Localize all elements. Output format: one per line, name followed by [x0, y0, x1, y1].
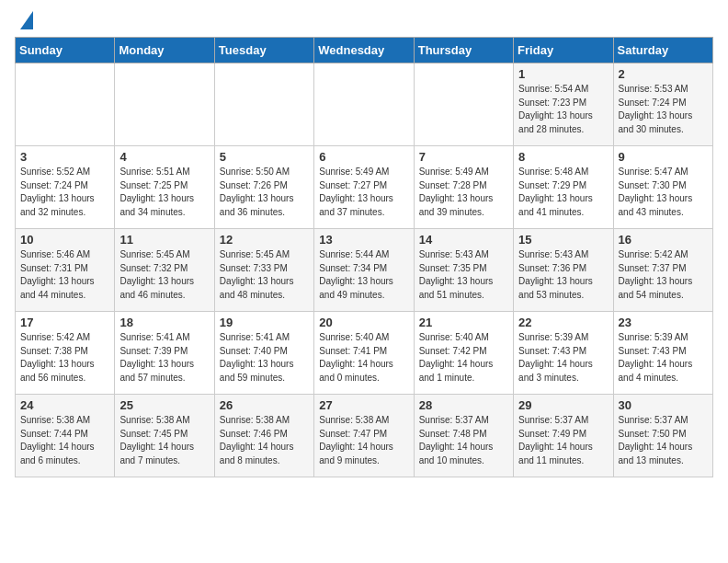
day-info: Sunrise: 5:40 AM Sunset: 7:42 PM Dayligh… — [419, 331, 508, 385]
weekday-thursday: Thursday — [414, 38, 513, 63]
calendar-cell: 7Sunrise: 5:49 AM Sunset: 7:28 PM Daylig… — [414, 146, 513, 229]
header — [15, 15, 713, 29]
calendar-cell: 18Sunrise: 5:41 AM Sunset: 7:39 PM Dayli… — [115, 312, 214, 395]
day-info: Sunrise: 5:46 AM Sunset: 7:31 PM Dayligh… — [20, 248, 109, 302]
calendar-cell: 8Sunrise: 5:48 AM Sunset: 7:29 PM Daylig… — [514, 146, 613, 229]
day-number: 6 — [319, 150, 408, 164]
calendar-cell: 19Sunrise: 5:41 AM Sunset: 7:40 PM Dayli… — [214, 312, 313, 395]
day-number: 19 — [220, 316, 309, 329]
day-info: Sunrise: 5:51 AM Sunset: 7:25 PM Dayligh… — [119, 166, 209, 219]
day-info: Sunrise: 5:37 AM Sunset: 7:49 PM Dayligh… — [518, 414, 608, 467]
day-info: Sunrise: 5:43 AM Sunset: 7:35 PM Dayligh… — [419, 248, 508, 302]
day-info: Sunrise: 5:39 AM Sunset: 7:43 PM Dayligh… — [518, 331, 608, 385]
calendar-cell — [314, 63, 414, 146]
day-number: 25 — [119, 398, 209, 412]
day-number: 23 — [619, 316, 708, 329]
day-info: Sunrise: 5:39 AM Sunset: 7:43 PM Dayligh… — [619, 331, 708, 385]
day-info: Sunrise: 5:37 AM Sunset: 7:48 PM Dayligh… — [419, 414, 508, 467]
day-number: 10 — [20, 233, 109, 247]
day-info: Sunrise: 5:40 AM Sunset: 7:41 PM Dayligh… — [319, 331, 408, 385]
calendar-cell: 26Sunrise: 5:38 AM Sunset: 7:46 PM Dayli… — [214, 395, 313, 477]
weekday-monday: Monday — [115, 38, 214, 63]
day-info: Sunrise: 5:48 AM Sunset: 7:29 PM Dayligh… — [518, 166, 608, 219]
week-row-2: 10Sunrise: 5:46 AM Sunset: 7:31 PM Dayli… — [16, 229, 713, 312]
day-number: 16 — [619, 233, 708, 247]
calendar-cell: 21Sunrise: 5:40 AM Sunset: 7:42 PM Dayli… — [414, 312, 513, 395]
day-info: Sunrise: 5:44 AM Sunset: 7:34 PM Dayligh… — [319, 248, 408, 302]
logo — [15, 15, 33, 29]
day-number: 12 — [220, 233, 309, 247]
day-number: 2 — [619, 67, 708, 81]
calendar-cell: 28Sunrise: 5:37 AM Sunset: 7:48 PM Dayli… — [414, 395, 513, 477]
day-info: Sunrise: 5:50 AM Sunset: 7:26 PM Dayligh… — [220, 166, 309, 219]
calendar-cell: 2Sunrise: 5:53 AM Sunset: 7:24 PM Daylig… — [613, 63, 712, 146]
day-number: 30 — [619, 398, 708, 412]
day-info: Sunrise: 5:45 AM Sunset: 7:33 PM Dayligh… — [220, 248, 309, 302]
calendar-cell: 1Sunrise: 5:54 AM Sunset: 7:23 PM Daylig… — [514, 63, 613, 146]
day-info: Sunrise: 5:41 AM Sunset: 7:40 PM Dayligh… — [220, 331, 309, 385]
day-info: Sunrise: 5:47 AM Sunset: 7:30 PM Dayligh… — [619, 166, 708, 219]
day-info: Sunrise: 5:53 AM Sunset: 7:24 PM Dayligh… — [619, 83, 708, 136]
day-number: 9 — [619, 150, 708, 164]
day-number: 26 — [220, 398, 309, 412]
day-number: 11 — [119, 233, 209, 247]
week-row-1: 3Sunrise: 5:52 AM Sunset: 7:24 PM Daylig… — [16, 146, 713, 229]
weekday-saturday: Saturday — [613, 38, 712, 63]
calendar-cell: 17Sunrise: 5:42 AM Sunset: 7:38 PM Dayli… — [16, 312, 115, 395]
day-info: Sunrise: 5:38 AM Sunset: 7:47 PM Dayligh… — [319, 414, 408, 467]
calendar-cell: 5Sunrise: 5:50 AM Sunset: 7:26 PM Daylig… — [214, 146, 313, 229]
day-number: 27 — [319, 398, 408, 412]
calendar-cell: 13Sunrise: 5:44 AM Sunset: 7:34 PM Dayli… — [314, 229, 414, 312]
calendar-cell: 14Sunrise: 5:43 AM Sunset: 7:35 PM Dayli… — [414, 229, 513, 312]
weekday-wednesday: Wednesday — [314, 38, 414, 63]
calendar-cell: 23Sunrise: 5:39 AM Sunset: 7:43 PM Dayli… — [613, 312, 712, 395]
day-number: 3 — [20, 150, 109, 164]
calendar-cell: 27Sunrise: 5:38 AM Sunset: 7:47 PM Dayli… — [314, 395, 414, 477]
calendar-table: SundayMondayTuesdayWednesdayThursdayFrid… — [15, 37, 713, 477]
weekday-friday: Friday — [514, 38, 613, 63]
weekday-sunday: Sunday — [16, 38, 115, 63]
calendar-cell: 24Sunrise: 5:38 AM Sunset: 7:44 PM Dayli… — [16, 395, 115, 477]
calendar-cell: 15Sunrise: 5:43 AM Sunset: 7:36 PM Dayli… — [514, 229, 613, 312]
day-number: 4 — [119, 150, 209, 164]
day-number: 15 — [518, 233, 608, 247]
day-info: Sunrise: 5:43 AM Sunset: 7:36 PM Dayligh… — [518, 248, 608, 302]
day-info: Sunrise: 5:38 AM Sunset: 7:46 PM Dayligh… — [220, 414, 309, 467]
week-row-0: 1Sunrise: 5:54 AM Sunset: 7:23 PM Daylig… — [16, 63, 713, 146]
day-info: Sunrise: 5:52 AM Sunset: 7:24 PM Dayligh… — [20, 166, 109, 219]
day-number: 24 — [20, 398, 109, 412]
day-info: Sunrise: 5:41 AM Sunset: 7:39 PM Dayligh… — [119, 331, 209, 385]
day-number: 17 — [20, 316, 109, 329]
calendar-cell — [214, 63, 313, 146]
logo-triangle-icon — [20, 11, 33, 29]
calendar-cell: 11Sunrise: 5:45 AM Sunset: 7:32 PM Dayli… — [115, 229, 214, 312]
day-number: 1 — [518, 67, 608, 81]
calendar-cell — [16, 63, 115, 146]
day-number: 14 — [419, 233, 508, 247]
calendar-cell — [414, 63, 513, 146]
day-number: 5 — [220, 150, 309, 164]
day-info: Sunrise: 5:42 AM Sunset: 7:38 PM Dayligh… — [20, 331, 109, 385]
calendar-cell: 20Sunrise: 5:40 AM Sunset: 7:41 PM Dayli… — [314, 312, 414, 395]
day-number: 28 — [419, 398, 508, 412]
day-info: Sunrise: 5:37 AM Sunset: 7:50 PM Dayligh… — [619, 414, 708, 467]
calendar-cell: 10Sunrise: 5:46 AM Sunset: 7:31 PM Dayli… — [16, 229, 115, 312]
day-info: Sunrise: 5:49 AM Sunset: 7:27 PM Dayligh… — [319, 166, 408, 219]
calendar-cell: 9Sunrise: 5:47 AM Sunset: 7:30 PM Daylig… — [613, 146, 712, 229]
day-info: Sunrise: 5:38 AM Sunset: 7:44 PM Dayligh… — [20, 414, 109, 467]
week-row-3: 17Sunrise: 5:42 AM Sunset: 7:38 PM Dayli… — [16, 312, 713, 395]
day-number: 21 — [419, 316, 508, 329]
weekday-header-row: SundayMondayTuesdayWednesdayThursdayFrid… — [16, 38, 713, 63]
calendar-cell: 6Sunrise: 5:49 AM Sunset: 7:27 PM Daylig… — [314, 146, 414, 229]
calendar-cell — [115, 63, 214, 146]
calendar-cell: 16Sunrise: 5:42 AM Sunset: 7:37 PM Dayli… — [613, 229, 712, 312]
day-number: 8 — [518, 150, 608, 164]
calendar-cell: 25Sunrise: 5:38 AM Sunset: 7:45 PM Dayli… — [115, 395, 214, 477]
day-number: 22 — [518, 316, 608, 329]
week-row-4: 24Sunrise: 5:38 AM Sunset: 7:44 PM Dayli… — [16, 395, 713, 477]
day-number: 18 — [119, 316, 209, 329]
day-info: Sunrise: 5:54 AM Sunset: 7:23 PM Dayligh… — [518, 83, 608, 136]
day-info: Sunrise: 5:42 AM Sunset: 7:37 PM Dayligh… — [619, 248, 708, 302]
weekday-tuesday: Tuesday — [214, 38, 313, 63]
calendar-cell: 12Sunrise: 5:45 AM Sunset: 7:33 PM Dayli… — [214, 229, 313, 312]
